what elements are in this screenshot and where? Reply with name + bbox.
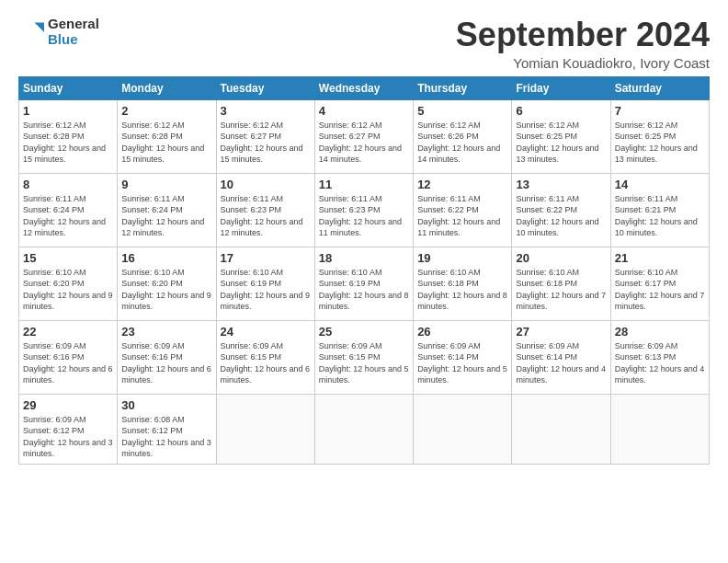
day-number: 10 [221, 178, 311, 191]
day-info: Sunrise: 6:12 AM Sunset: 6:26 PM Dayligh… [417, 120, 507, 166]
logo-blue: Blue [48, 32, 99, 48]
day-info: Sunrise: 6:08 AM Sunset: 6:12 PM Dayligh… [121, 414, 211, 460]
table-row: 5Sunrise: 6:12 AM Sunset: 6:26 PM Daylig… [414, 99, 512, 173]
table-row: 9Sunrise: 6:11 AM Sunset: 6:24 PM Daylig… [118, 173, 216, 247]
logo-text: General Blue [48, 17, 99, 47]
day-info: Sunrise: 6:12 AM Sunset: 6:28 PM Dayligh… [121, 120, 211, 166]
table-row: 15Sunrise: 6:10 AM Sunset: 6:20 PM Dayli… [19, 247, 118, 320]
day-info: Sunrise: 6:10 AM Sunset: 6:18 PM Dayligh… [417, 267, 507, 313]
day-number: 25 [319, 325, 409, 339]
table-row: 25Sunrise: 6:09 AM Sunset: 6:15 PM Dayli… [314, 320, 413, 394]
table-row: 6Sunrise: 6:12 AM Sunset: 6:25 PM Daylig… [512, 99, 610, 173]
day-number: 11 [319, 178, 409, 191]
location-title: Yomian Kouadiokro, Ivory Coast [456, 55, 710, 71]
day-info: Sunrise: 6:11 AM Sunset: 6:24 PM Dayligh… [121, 193, 211, 239]
day-info: Sunrise: 6:09 AM Sunset: 6:16 PM Dayligh… [121, 340, 211, 386]
day-number: 15 [23, 251, 113, 265]
table-row: 12Sunrise: 6:11 AM Sunset: 6:22 PM Dayli… [414, 173, 512, 247]
table-row: 27Sunrise: 6:09 AM Sunset: 6:14 PM Dayli… [512, 320, 610, 394]
table-row: 11Sunrise: 6:11 AM Sunset: 6:23 PM Dayli… [314, 173, 413, 247]
calendar-week-row: 29Sunrise: 6:09 AM Sunset: 6:12 PM Dayli… [19, 394, 710, 464]
day-number: 18 [319, 251, 409, 265]
day-number: 27 [516, 325, 606, 339]
day-info: Sunrise: 6:09 AM Sunset: 6:14 PM Dayligh… [417, 340, 507, 386]
table-row: 18Sunrise: 6:10 AM Sunset: 6:19 PM Dayli… [314, 247, 413, 320]
table-row [414, 394, 512, 464]
day-info: Sunrise: 6:12 AM Sunset: 6:27 PM Dayligh… [221, 120, 311, 166]
table-row: 16Sunrise: 6:10 AM Sunset: 6:20 PM Dayli… [118, 247, 216, 320]
day-number: 19 [417, 251, 507, 265]
day-info: Sunrise: 6:10 AM Sunset: 6:19 PM Dayligh… [319, 267, 409, 313]
table-row: 4Sunrise: 6:12 AM Sunset: 6:27 PM Daylig… [314, 99, 413, 173]
col-sunday: Sunday [19, 76, 118, 99]
day-info: Sunrise: 6:09 AM Sunset: 6:15 PM Dayligh… [221, 340, 311, 386]
day-number: 14 [615, 178, 705, 191]
day-info: Sunrise: 6:11 AM Sunset: 6:21 PM Dayligh… [615, 193, 705, 239]
calendar-week-row: 1Sunrise: 6:12 AM Sunset: 6:28 PM Daylig… [19, 99, 710, 173]
table-row: 28Sunrise: 6:09 AM Sunset: 6:13 PM Dayli… [610, 320, 709, 394]
day-number: 17 [221, 251, 311, 265]
calendar-week-row: 22Sunrise: 6:09 AM Sunset: 6:16 PM Dayli… [19, 320, 710, 394]
table-row [314, 394, 413, 464]
day-number: 20 [516, 251, 606, 265]
table-row [512, 394, 610, 464]
table-row [216, 394, 314, 464]
day-info: Sunrise: 6:10 AM Sunset: 6:20 PM Dayligh… [23, 267, 113, 313]
day-info: Sunrise: 6:12 AM Sunset: 6:25 PM Dayligh… [516, 120, 606, 166]
table-row: 8Sunrise: 6:11 AM Sunset: 6:24 PM Daylig… [19, 173, 118, 247]
title-block: September 2024 Yomian Kouadiokro, Ivory … [456, 17, 710, 71]
day-number: 28 [615, 325, 705, 339]
col-monday: Monday [118, 76, 216, 99]
calendar-week-row: 8Sunrise: 6:11 AM Sunset: 6:24 PM Daylig… [19, 173, 710, 247]
day-info: Sunrise: 6:11 AM Sunset: 6:24 PM Dayligh… [23, 193, 113, 239]
day-number: 5 [417, 104, 507, 118]
table-row: 19Sunrise: 6:10 AM Sunset: 6:18 PM Dayli… [414, 247, 512, 320]
table-row: 3Sunrise: 6:12 AM Sunset: 6:27 PM Daylig… [216, 99, 314, 173]
month-title: September 2024 [456, 17, 710, 53]
day-number: 9 [121, 178, 211, 191]
table-row: 24Sunrise: 6:09 AM Sunset: 6:15 PM Dayli… [216, 320, 314, 394]
day-info: Sunrise: 6:12 AM Sunset: 6:27 PM Dayligh… [319, 120, 409, 166]
calendar-week-row: 15Sunrise: 6:10 AM Sunset: 6:20 PM Dayli… [19, 247, 710, 320]
day-info: Sunrise: 6:09 AM Sunset: 6:13 PM Dayligh… [615, 340, 705, 386]
table-row: 23Sunrise: 6:09 AM Sunset: 6:16 PM Dayli… [118, 320, 216, 394]
table-row: 29Sunrise: 6:09 AM Sunset: 6:12 PM Dayli… [19, 394, 118, 464]
table-row: 1Sunrise: 6:12 AM Sunset: 6:28 PM Daylig… [19, 99, 118, 173]
col-wednesday: Wednesday [314, 76, 413, 99]
table-row: 2Sunrise: 6:12 AM Sunset: 6:28 PM Daylig… [118, 99, 216, 173]
day-info: Sunrise: 6:10 AM Sunset: 6:20 PM Dayligh… [121, 267, 211, 313]
table-row: 30Sunrise: 6:08 AM Sunset: 6:12 PM Dayli… [118, 394, 216, 464]
logo-general: General [48, 17, 99, 32]
page: General Blue September 2024 Yomian Kouad… [0, 0, 728, 563]
day-number: 6 [516, 104, 606, 118]
day-number: 4 [319, 104, 409, 118]
day-info: Sunrise: 6:10 AM Sunset: 6:17 PM Dayligh… [615, 267, 705, 313]
header: General Blue September 2024 Yomian Kouad… [18, 17, 710, 71]
day-info: Sunrise: 6:12 AM Sunset: 6:25 PM Dayligh… [615, 120, 705, 166]
day-number: 12 [417, 178, 507, 191]
day-number: 2 [121, 104, 211, 118]
day-number: 16 [121, 251, 211, 265]
table-row: 20Sunrise: 6:10 AM Sunset: 6:18 PM Dayli… [512, 247, 610, 320]
day-number: 13 [516, 178, 606, 191]
calendar-header-row: Sunday Monday Tuesday Wednesday Thursday… [19, 76, 710, 99]
table-row: 26Sunrise: 6:09 AM Sunset: 6:14 PM Dayli… [414, 320, 512, 394]
logo: General Blue [18, 17, 99, 47]
day-number: 30 [121, 398, 211, 412]
day-number: 29 [23, 398, 113, 412]
table-row: 17Sunrise: 6:10 AM Sunset: 6:19 PM Dayli… [216, 247, 314, 320]
day-number: 1 [23, 104, 113, 118]
day-info: Sunrise: 6:11 AM Sunset: 6:23 PM Dayligh… [319, 193, 409, 239]
day-info: Sunrise: 6:09 AM Sunset: 6:15 PM Dayligh… [319, 340, 409, 386]
table-row: 14Sunrise: 6:11 AM Sunset: 6:21 PM Dayli… [610, 173, 709, 247]
day-info: Sunrise: 6:11 AM Sunset: 6:23 PM Dayligh… [221, 193, 311, 239]
day-number: 8 [23, 178, 113, 191]
svg-marker-0 [35, 22, 45, 32]
day-number: 21 [615, 251, 705, 265]
col-saturday: Saturday [610, 76, 709, 99]
table-row: 10Sunrise: 6:11 AM Sunset: 6:23 PM Dayli… [216, 173, 314, 247]
table-row: 13Sunrise: 6:11 AM Sunset: 6:22 PM Dayli… [512, 173, 610, 247]
col-tuesday: Tuesday [216, 76, 314, 99]
day-number: 24 [221, 325, 311, 339]
day-info: Sunrise: 6:09 AM Sunset: 6:14 PM Dayligh… [516, 340, 606, 386]
